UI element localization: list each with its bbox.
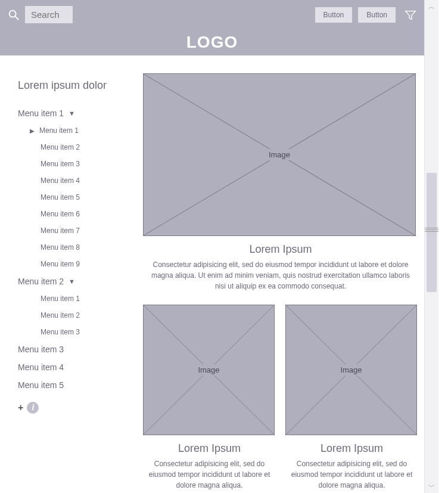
scroll-up-icon[interactable]: ︿ (425, 0, 438, 13)
placeholder-label: Image (193, 364, 224, 376)
submenu-item-label: Menu item 4 (41, 176, 80, 185)
scroll-thumb[interactable] (427, 173, 437, 292)
submenu-item-label: Menu item 8 (41, 243, 80, 252)
info-icon[interactable]: i (27, 402, 39, 414)
filter-icon[interactable] (404, 8, 417, 21)
scrollbar[interactable]: ︿ ﹀ (424, 0, 438, 493)
submenu-item-label: Menu item 1 (41, 294, 80, 303)
submenu-item[interactable]: Menu item 2 (30, 143, 131, 151)
card-desc: Consectetur adipisicing elit, sed do eiu… (285, 458, 418, 491)
submenu-item[interactable]: Menu item 9 (30, 260, 131, 268)
play-icon: ▶ (30, 128, 35, 134)
submenu-item-label: Menu item 5 (41, 193, 80, 201)
logo: LOGO (0, 29, 424, 52)
submenu-item-label: Menu item 6 (41, 210, 80, 218)
search-input[interactable] (25, 6, 73, 23)
card-small-1: Image Lorem Ipsum Consectetur adipisicin… (143, 305, 276, 491)
scroll-down-icon[interactable]: ﹀ (425, 480, 438, 493)
menu-group-2[interactable]: Menu item 2 ▼ (18, 277, 131, 286)
search-icon (7, 8, 20, 21)
svg-line-1 (15, 16, 19, 20)
menu-group-2-label: Menu item 2 (18, 277, 64, 286)
menu-group-1[interactable]: Menu item 1 ▼ (18, 108, 131, 118)
submenu-item[interactable]: Menu item 4 (30, 176, 131, 185)
card-title: Lorem Ipsum (143, 442, 276, 455)
submenu-item-label: Menu item 3 (41, 160, 80, 168)
menu-item-label: Menu item 5 (18, 380, 64, 390)
submenu-item[interactable]: Menu item 1 (30, 294, 131, 303)
card-desc: Consectetur adipisicing elit, sed do eiu… (143, 259, 418, 292)
submenu-item-label: Menu item 2 (41, 143, 80, 151)
image-placeholder: Image (285, 305, 417, 435)
submenu-item-label: Menu item 9 (41, 260, 80, 268)
chevron-down-icon: ▼ (69, 110, 75, 117)
submenu-item[interactable]: Menu item 3 (30, 160, 131, 168)
submenu-item[interactable]: Menu item 5 (30, 193, 131, 201)
submenu-item-label: Menu item 3 (41, 328, 80, 336)
submenu-item[interactable]: Menu item 8 (30, 243, 131, 252)
header: Button Button LOGO (0, 0, 424, 55)
placeholder-label: Image (264, 149, 295, 160)
submenu-item[interactable]: Menu item 7 (30, 227, 131, 235)
image-placeholder: Image (143, 73, 416, 236)
menu-item-5[interactable]: Menu item 5 (18, 380, 131, 390)
menu-item-label: Menu item 4 (18, 362, 64, 372)
chevron-down-icon: ▼ (69, 278, 75, 285)
submenu-item[interactable]: Menu item 3 (30, 328, 131, 336)
submenu-item-label: Menu item 2 (41, 311, 80, 320)
sidebar: Lorem ipsum dolor Menu item 1 ▼ ▶Menu it… (0, 55, 137, 493)
card-desc: Consectetur adipisicing elit, sed do eiu… (143, 458, 276, 491)
submenu-item-label: Menu item 7 (41, 227, 80, 235)
card-title: Lorem Ipsum (285, 442, 418, 455)
svg-point-0 (10, 10, 16, 17)
image-placeholder: Image (143, 305, 275, 435)
submenu-item[interactable]: ▶Menu item 1 (30, 126, 131, 135)
placeholder-label: Image (335, 364, 366, 376)
submenu-item-label: Menu item 1 (39, 126, 79, 135)
header-button-1[interactable]: Button (315, 7, 353, 23)
submenu-item[interactable]: Menu item 2 (30, 311, 131, 320)
card-large: Image Lorem Ipsum Consectetur adipisicin… (143, 73, 418, 292)
menu-group-1-label: Menu item 1 (18, 108, 64, 118)
menu-item-label: Menu item 3 (18, 345, 64, 354)
card-small-2: Image Lorem Ipsum Consectetur adipisicin… (285, 305, 418, 491)
submenu-item[interactable]: Menu item 6 (30, 210, 131, 218)
menu-item-4[interactable]: Menu item 4 (18, 362, 131, 372)
menu-item-3[interactable]: Menu item 3 (18, 345, 131, 354)
sidebar-title: Lorem ipsum dolor (18, 79, 131, 92)
plus-icon[interactable]: + (18, 402, 23, 413)
card-title: Lorem Ipsum (143, 243, 418, 256)
header-button-2[interactable]: Button (358, 7, 396, 23)
scroll-splitter-icon (425, 227, 438, 232)
